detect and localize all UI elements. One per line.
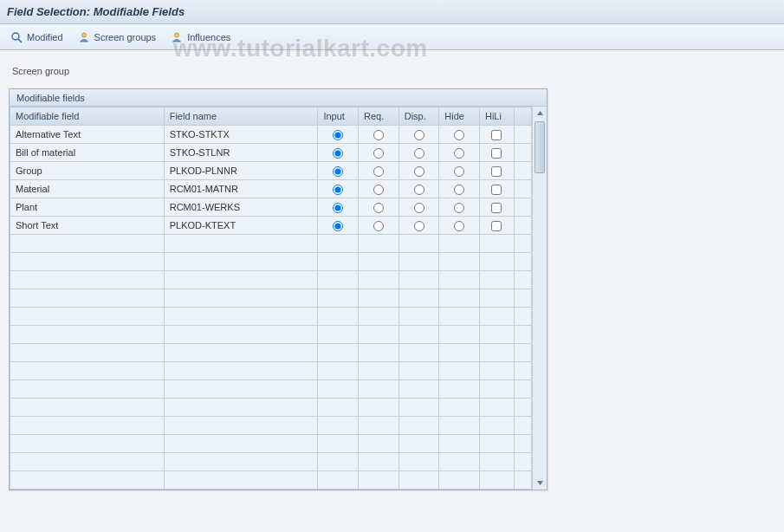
- cell-modifiable: Group: [10, 162, 165, 180]
- radio-hide[interactable]: [454, 148, 464, 159]
- person-icon: [77, 30, 91, 44]
- cell-corner: [514, 144, 531, 162]
- cell-req: [359, 198, 399, 217]
- svg-point-0: [12, 33, 19, 40]
- table-row: Short TextPLKOD-KTEXT: [10, 217, 532, 235]
- radio-disp[interactable]: [414, 148, 424, 159]
- svg-point-3: [175, 33, 179, 37]
- radio-hide[interactable]: [454, 203, 464, 213]
- table-row: GroupPLKOD-PLNNR: [10, 162, 532, 180]
- radio-disp[interactable]: [414, 130, 424, 140]
- radio-input[interactable]: [333, 166, 343, 177]
- col-hide[interactable]: Hide: [439, 107, 480, 126]
- radio-hide[interactable]: [454, 185, 464, 195]
- table-row: [10, 253, 532, 271]
- radio-hide[interactable]: [454, 166, 464, 177]
- col-disp[interactable]: Disp.: [398, 107, 439, 126]
- cell-hili: [479, 162, 514, 180]
- table-row: PlantRCM01-WERKS: [10, 198, 532, 217]
- cell-modifiable: Plant: [10, 198, 165, 217]
- col-corner: [514, 107, 531, 126]
- radio-req[interactable]: [373, 148, 384, 159]
- radio-disp[interactable]: [414, 166, 424, 177]
- cell-corner: [514, 180, 531, 198]
- radio-req[interactable]: [373, 130, 384, 140]
- radio-req[interactable]: [373, 185, 384, 195]
- cell-req: [359, 126, 399, 144]
- radio-disp[interactable]: [414, 203, 424, 213]
- checkbox-hili[interactable]: [491, 221, 502, 231]
- radio-req[interactable]: [373, 166, 384, 177]
- radio-input[interactable]: [333, 221, 343, 231]
- table-row: [10, 289, 532, 308]
- cell-field-name: STKO-STKTX: [164, 126, 318, 144]
- table-row: [10, 471, 532, 490]
- checkbox-hili[interactable]: [491, 203, 502, 213]
- checkbox-hili[interactable]: [491, 130, 502, 140]
- table-row: [10, 453, 532, 471]
- influences-button-label: Influences: [187, 32, 230, 42]
- screen-groups-button[interactable]: Screen groups: [73, 28, 165, 47]
- table-row: [10, 308, 532, 326]
- col-input[interactable]: Input: [318, 107, 359, 126]
- vertical-scrollbar[interactable]: [532, 107, 547, 490]
- svg-line-1: [18, 39, 22, 42]
- cell-input: [318, 162, 359, 180]
- checkbox-hili[interactable]: [491, 148, 502, 159]
- header-row: Modifiable field Field name Input Req. D…: [10, 107, 532, 126]
- radio-hide[interactable]: [454, 130, 464, 140]
- cell-req: [359, 217, 399, 235]
- radio-input[interactable]: [333, 148, 343, 159]
- modified-button-label: Modified: [27, 32, 63, 42]
- cell-hili: [479, 198, 514, 217]
- checkbox-hili[interactable]: [491, 185, 502, 195]
- cell-hide: [439, 126, 480, 144]
- cell-req: [359, 180, 399, 198]
- cell-hide: [439, 144, 480, 162]
- cell-corner: [514, 198, 531, 217]
- cell-hide: [439, 198, 480, 217]
- table-row: Alternative TextSTKO-STKTX: [10, 126, 532, 144]
- radio-input[interactable]: [333, 130, 343, 140]
- cell-corner: [514, 162, 531, 180]
- checkbox-hili[interactable]: [491, 166, 502, 177]
- modified-button[interactable]: Modified: [5, 28, 71, 47]
- table-row: [10, 362, 532, 380]
- cell-disp: [398, 126, 439, 144]
- toolbar: Modified Screen groups Influences: [0, 24, 784, 50]
- modifiable-fields-panel: Modifiable fields Modifiable field Field…: [9, 88, 548, 490]
- scroll-down-icon[interactable]: [534, 477, 547, 490]
- cell-disp: [398, 144, 439, 162]
- scroll-thumb[interactable]: [535, 121, 545, 173]
- radio-disp[interactable]: [414, 221, 424, 231]
- scroll-up-icon[interactable]: [534, 107, 547, 120]
- cell-input: [318, 180, 359, 198]
- screen-group-label: Screen group: [12, 66, 775, 76]
- radio-disp[interactable]: [414, 185, 424, 195]
- radio-input[interactable]: [333, 203, 343, 213]
- col-hili[interactable]: HiLi: [479, 107, 514, 126]
- content-area: Screen group Modifiable fields Modifiabl…: [0, 50, 784, 490]
- cell-req: [359, 162, 399, 180]
- scroll-track[interactable]: [533, 120, 547, 477]
- table-row: [10, 435, 532, 453]
- radio-input[interactable]: [333, 185, 343, 195]
- cell-modifiable: Material: [10, 180, 165, 198]
- cell-field-name: PLKOD-PLNNR: [164, 162, 318, 180]
- window-title-bar: Field Selection: Modifiable Fields: [0, 0, 784, 24]
- radio-hide[interactable]: [454, 221, 464, 231]
- panel-title: Modifiable fields: [10, 89, 547, 107]
- cell-hili: [479, 180, 514, 198]
- table-row: MaterialRCM01-MATNR: [10, 180, 532, 198]
- cell-modifiable: Alternative Text: [10, 126, 165, 144]
- cell-disp: [398, 162, 439, 180]
- influences-button[interactable]: Influences: [165, 28, 238, 47]
- cell-field-name: RCM01-MATNR: [164, 180, 318, 198]
- radio-req[interactable]: [373, 221, 384, 231]
- search-icon: [10, 30, 23, 44]
- col-modifiable-field[interactable]: Modifiable field: [10, 107, 165, 126]
- radio-req[interactable]: [373, 203, 384, 213]
- col-req[interactable]: Req.: [359, 107, 399, 126]
- cell-input: [318, 198, 359, 217]
- col-field-name[interactable]: Field name: [164, 107, 318, 126]
